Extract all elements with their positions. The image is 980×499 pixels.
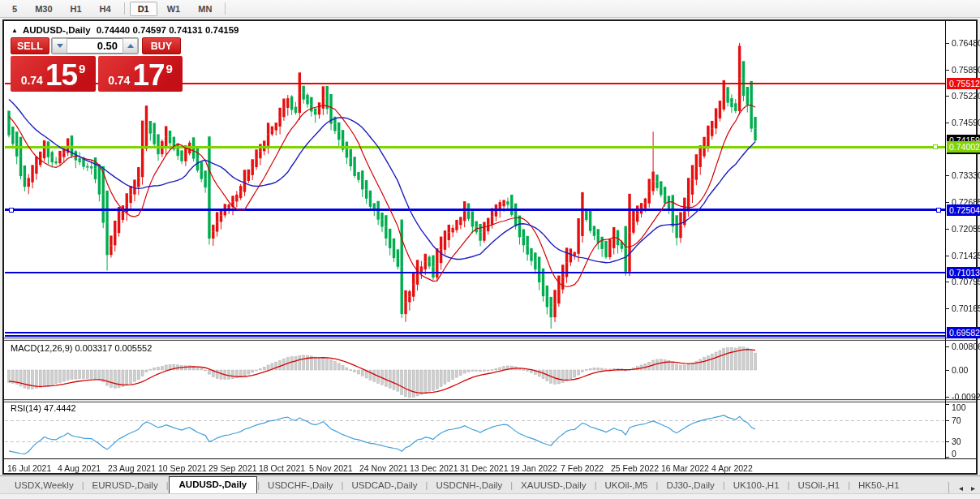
tab-scroll-left-icon[interactable]: ◂ — [959, 484, 963, 493]
price-tick-label: 0.70795 — [952, 277, 980, 286]
timeframe-button-d1[interactable]: D1 — [130, 2, 157, 16]
price-tick-label: 0.75850 — [952, 65, 980, 75]
tab-eurusd-daily[interactable]: EURUSD-,Daily — [84, 478, 166, 493]
bid-price-button[interactable]: 0.74 15 9 — [11, 56, 96, 92]
timeframe-button-h4[interactable]: H4 — [92, 2, 119, 16]
macd-tick-label: 0.00 — [952, 365, 968, 375]
date-tick-label: 31 Dec 2021 — [460, 463, 509, 473]
toolbar-separator — [225, 2, 226, 15]
date-tick-label: 4 Apr 2022 — [711, 463, 753, 473]
timeframe-button-5[interactable]: 5 — [4, 2, 25, 16]
date-tick-label: 24 Nov 2021 — [359, 463, 408, 473]
tab-usdcnh-daily[interactable]: USDCNH-,Daily — [428, 478, 510, 493]
price-level-box: 0.74002 — [947, 141, 980, 153]
date-tick-label: 13 Dec 2021 — [410, 463, 458, 473]
date-tick-label: 23 Aug 2021 — [108, 463, 156, 473]
ask-price-pipette: 9 — [166, 62, 173, 75]
price-level-box: 0.75512 — [947, 78, 980, 89]
ask-price-button[interactable]: 0.74 17 9 — [98, 56, 183, 92]
tab-usoil-h1[interactable]: USOil-,H1 — [789, 478, 848, 493]
volume-decrease-button[interactable] — [52, 38, 67, 54]
tab-hk50-h1[interactable]: HK50-,H1 — [850, 478, 908, 493]
price-level-box: 0.72504 — [947, 204, 980, 216]
toolbar-separator — [124, 2, 125, 15]
chart-window: ▲ AUDUSD-,Daily 0.74440 0.74597 0.74131 … — [2, 19, 978, 475]
date-tick-label: 16 Jul 2021 — [7, 463, 51, 473]
rsi-indicator-label: RSI(14) 47.4442 — [11, 403, 76, 413]
volume-input[interactable] — [67, 38, 122, 54]
rsi-tick-label: 30 — [952, 437, 961, 446]
tab-dj30-daily[interactable]: DJ30-,Daily — [658, 478, 722, 493]
ask-price-prefix: 0.74 — [108, 74, 130, 87]
date-tick-label: 19 Jan 2022 — [510, 463, 557, 473]
mt4-terminal: 5M30H1H4D1W1MN ▲ AUDUSD-,Daily 0.74440 0… — [0, 0, 980, 499]
timeframe-button-h1[interactable]: H1 — [62, 2, 90, 16]
buy-button[interactable]: BUY — [142, 37, 181, 54]
chart-symbol-period: AUDUSD-,Daily — [23, 25, 91, 35]
tab-uk100-h1[interactable]: UK100-,H1 — [725, 478, 788, 493]
triangle-down-icon — [57, 44, 63, 48]
rsi-tick-label: 100 — [952, 402, 966, 412]
timeframe-button-m30[interactable]: M30 — [27, 2, 60, 16]
date-tick-label: 4 Aug 2021 — [58, 463, 101, 473]
date-tick-label: 18 Oct 2021 — [259, 463, 305, 473]
price-tick-label: 0.72055 — [952, 224, 980, 234]
price-level-box: 0.71013 — [947, 267, 980, 278]
rsi-tick-label: 70 — [952, 415, 961, 425]
price-tick-label: 0.73330 — [952, 170, 980, 180]
bid-price-pipette: 9 — [79, 62, 85, 75]
macd-indicator-label: MACD(12,26,9) 0.003317 0.005552 — [11, 343, 152, 353]
tab-usdcad-daily[interactable]: USDCAD-,Daily — [343, 478, 425, 493]
price-tick-label: 0.75220 — [952, 91, 980, 101]
date-tick-label: 10 Sep 2021 — [158, 463, 207, 473]
bid-price-prefix: 0.74 — [21, 74, 43, 87]
timeframe-button-mn[interactable]: MN — [190, 2, 220, 16]
date-tick-label: 5 Nov 2021 — [309, 463, 353, 473]
price-tick-label: 0.70165 — [952, 303, 980, 313]
timeframe-toolbar: 5M30H1H4D1W1MN — [0, 0, 980, 18]
sell-button[interactable]: SELL — [11, 37, 49, 54]
date-tick-label: 25 Feb 2022 — [611, 463, 659, 473]
date-tick-label: 16 Mar 2022 — [661, 463, 709, 473]
ask-price-big: 17 — [132, 61, 164, 89]
one-click-trade-panel: SELL BUY 0.74 15 9 0.74 17 9 — [11, 37, 183, 92]
status-bar — [0, 493, 980, 499]
collapse-panel-icon[interactable]: ▲ — [11, 27, 18, 34]
volume-increase-button[interactable] — [122, 38, 138, 54]
date-tick-label: 29 Sep 2021 — [208, 463, 257, 473]
date-tick-label: 7 Feb 2022 — [561, 463, 604, 473]
volume-stepper — [51, 37, 139, 54]
tab-ukoil-m5[interactable]: UKOil-,M5 — [596, 478, 655, 493]
timeframe-button-w1[interactable]: W1 — [159, 2, 189, 16]
tab-separator — [948, 482, 949, 493]
chart-ohlc-values: 0.74440 0.74597 0.74131 0.74159 — [97, 25, 239, 35]
price-tick-label: 0.76480 — [952, 38, 980, 48]
macd-tick-label: -0.009288 — [952, 392, 980, 402]
rsi-tick-label: 0 — [952, 449, 956, 458]
tab-usdx-weekly[interactable]: USDX,Weekly — [6, 478, 82, 493]
tab-scroll-right-icon[interactable]: ▸ — [971, 484, 975, 493]
price-tick-label: 0.71425 — [952, 251, 980, 260]
trade-panel-quotes: 0.74 15 9 0.74 17 9 — [11, 56, 183, 92]
chart-title: ▲ AUDUSD-,Daily 0.74440 0.74597 0.74131 … — [11, 24, 239, 36]
tab-audusd-daily[interactable]: AUDUSD-,Daily — [169, 476, 258, 493]
bid-price-big: 15 — [45, 61, 77, 89]
tab-usdchf-daily[interactable]: USDCHF-,Daily — [260, 478, 342, 493]
price-tick-label: 0.74590 — [952, 118, 980, 127]
tab-xauusd-daily[interactable]: XAUUSD-,Daily — [513, 478, 595, 493]
trade-panel-controls: SELL BUY — [11, 37, 183, 54]
triangle-up-icon — [127, 44, 134, 48]
macd-tick-label: 0.008061 — [952, 342, 980, 351]
symbol-tab-bar: USDX,Weekly|EURUSD-,Daily|AUDUSD-,Daily|… — [0, 475, 980, 493]
price-level-box: 0.69582 — [947, 327, 980, 338]
